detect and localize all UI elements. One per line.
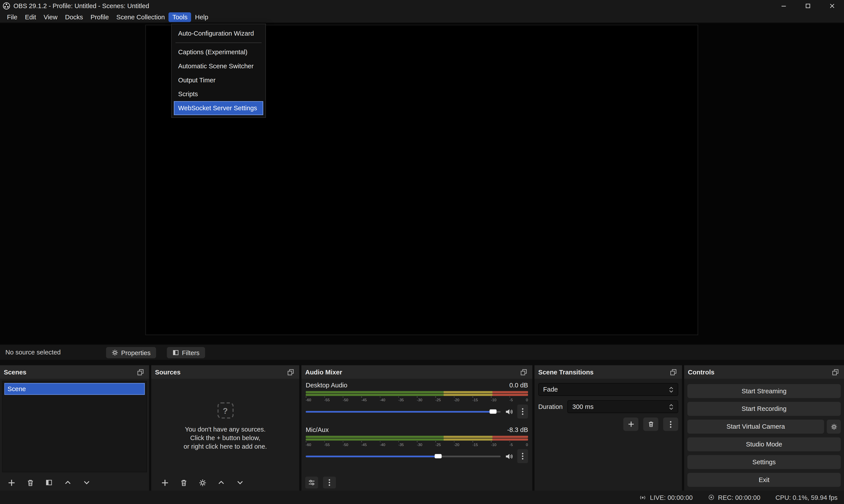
virtual-camera-settings-button[interactable]	[827, 420, 841, 434]
sources-empty-state[interactable]: You don't have any sources. Click the + …	[151, 379, 299, 474]
slider-fill	[306, 456, 438, 457]
cpu-fps-stats: CPU: 0.1%, 59.94 fps	[775, 494, 838, 501]
obs-window: OBS 29.1.2 - Profile: Untitled - Scenes:…	[0, 0, 844, 504]
popout-icon[interactable]	[668, 367, 678, 377]
spinner-arrows-icon[interactable]	[669, 403, 673, 410]
minimize-icon	[781, 3, 786, 8]
preview-area	[0, 23, 844, 344]
transition-select[interactable]: Fade	[538, 383, 678, 396]
duration-value: 300 ms	[573, 403, 669, 411]
meter-scale: -60-55-50-45-40-35-30-25-20-15-10-50	[306, 398, 528, 402]
mixer-channel-mic-aux: Mic/Aux -8.3 dB -60-55-50-45-40-35-30-25…	[306, 426, 528, 463]
close-button[interactable]	[820, 0, 844, 12]
sources-panel-header: Sources	[151, 365, 299, 379]
scene-transitions-panel: Scene Transitions Fade Duration 300 ms	[534, 365, 682, 491]
duration-row: Duration 300 ms	[538, 400, 678, 413]
filters-button[interactable]: Filters	[167, 347, 205, 358]
rec-status: REC: 00:00:00	[708, 494, 760, 501]
channel-level-db: 0.0 dB	[509, 381, 528, 389]
menu-item-auto-configuration-wizard[interactable]: Auto-Configuration Wizard	[174, 26, 263, 40]
start-recording-button[interactable]: Start Recording	[687, 402, 841, 416]
move-source-up-button[interactable]	[217, 478, 226, 487]
audio-mixer-title: Audio Mixer	[305, 368, 342, 376]
menu-item-captions[interactable]: Captions (Experimental)	[174, 45, 263, 59]
controls-title: Controls	[688, 368, 715, 376]
volume-slider[interactable]	[306, 452, 500, 460]
add-transition-button[interactable]	[623, 417, 638, 431]
start-virtual-camera-button[interactable]: Start Virtual Camera	[687, 420, 824, 434]
mixer-toolbar	[301, 474, 532, 491]
menubar: File Edit View Docks Profile Scene Colle…	[0, 12, 844, 23]
trash-icon	[647, 421, 654, 428]
add-source-button[interactable]	[160, 478, 169, 487]
scene-list[interactable]: Scene	[2, 381, 147, 472]
advanced-audio-button[interactable]	[305, 476, 318, 488]
menu-tools[interactable]: Tools	[169, 12, 191, 22]
slider-fill	[306, 411, 493, 412]
gear-icon	[830, 423, 838, 430]
maximize-button[interactable]	[796, 0, 820, 12]
popout-icon[interactable]	[286, 367, 296, 377]
properties-button[interactable]: Properties	[106, 347, 156, 358]
add-scene-button[interactable]	[7, 478, 16, 487]
window-controls	[771, 0, 844, 12]
meter-scale: -60-55-50-45-40-35-30-25-20-15-10-50	[306, 443, 528, 447]
transition-buttons	[538, 417, 678, 431]
slider-handle[interactable]	[435, 454, 442, 458]
move-scene-up-button[interactable]	[64, 478, 72, 487]
move-scene-down-button[interactable]	[83, 478, 91, 487]
titlebar: OBS 29.1.2 - Profile: Untitled - Scenes:…	[0, 0, 844, 12]
menu-docks[interactable]: Docks	[61, 12, 87, 22]
sources-panel: Sources You don't have any sources. Clic…	[151, 365, 299, 491]
channel-name: Mic/Aux	[306, 426, 329, 433]
scene-transitions-title: Scene Transitions	[538, 368, 594, 376]
speaker-icon[interactable]	[505, 408, 513, 416]
transition-options-button[interactable]	[663, 417, 678, 431]
menu-item-websocket-server-settings[interactable]: WebSocket Server Settings	[174, 101, 263, 115]
slider-handle[interactable]	[489, 409, 496, 414]
volume-meter: -60-55-50-45-40-35-30-25-20-15-10-50	[306, 436, 528, 447]
channel-options-button[interactable]	[517, 404, 528, 418]
start-streaming-button[interactable]: Start Streaming	[687, 384, 841, 398]
minimize-button[interactable]	[771, 0, 795, 12]
kebab-icon	[670, 420, 672, 428]
properties-label: Properties	[121, 349, 151, 356]
source-properties-gear-icon[interactable]	[198, 478, 207, 487]
scene-list-item[interactable]: Scene	[4, 383, 145, 395]
menu-separator	[176, 42, 262, 43]
scenes-panel: Scenes Scene	[0, 365, 149, 491]
sources-toolbar	[151, 474, 299, 491]
scene-filters-icon[interactable]	[45, 478, 53, 487]
settings-button[interactable]: Settings	[687, 455, 841, 469]
menu-item-automatic-scene-switcher[interactable]: Automatic Scene Switcher	[174, 59, 263, 73]
sources-panel-title: Sources	[155, 368, 180, 376]
menu-edit[interactable]: Edit	[21, 12, 40, 22]
window-title: OBS 29.1.2 - Profile: Untitled - Scenes:…	[13, 2, 149, 10]
menu-file[interactable]: File	[3, 12, 21, 22]
menu-scene-collection[interactable]: Scene Collection	[112, 12, 169, 22]
live-time: LIVE: 00:00:00	[650, 494, 693, 501]
menu-view[interactable]: View	[40, 12, 61, 22]
speaker-icon[interactable]	[505, 452, 513, 460]
popout-icon[interactable]	[519, 367, 528, 377]
rec-time: REC: 00:00:00	[718, 494, 760, 501]
duration-label: Duration	[538, 403, 563, 411]
channel-options-button[interactable]	[517, 449, 528, 463]
menu-profile[interactable]: Profile	[87, 12, 113, 22]
menu-item-scripts[interactable]: Scripts	[174, 87, 263, 101]
duration-spinbox[interactable]: 300 ms	[567, 400, 678, 413]
popout-icon[interactable]	[831, 367, 840, 377]
mixer-options-button[interactable]	[323, 476, 336, 488]
menu-help[interactable]: Help	[191, 12, 212, 22]
remove-scene-button[interactable]	[26, 478, 35, 487]
menu-item-output-timer[interactable]: Output Timer	[174, 73, 263, 87]
remove-transition-button[interactable]	[643, 417, 658, 431]
popout-icon[interactable]	[136, 367, 145, 377]
remove-source-button[interactable]	[179, 478, 188, 487]
filters-icon	[172, 349, 179, 356]
studio-mode-button[interactable]: Studio Mode	[687, 437, 841, 451]
volume-slider[interactable]	[306, 408, 500, 415]
exit-button[interactable]: Exit	[687, 473, 841, 487]
move-source-down-button[interactable]	[236, 478, 244, 487]
kebab-icon	[522, 452, 524, 460]
